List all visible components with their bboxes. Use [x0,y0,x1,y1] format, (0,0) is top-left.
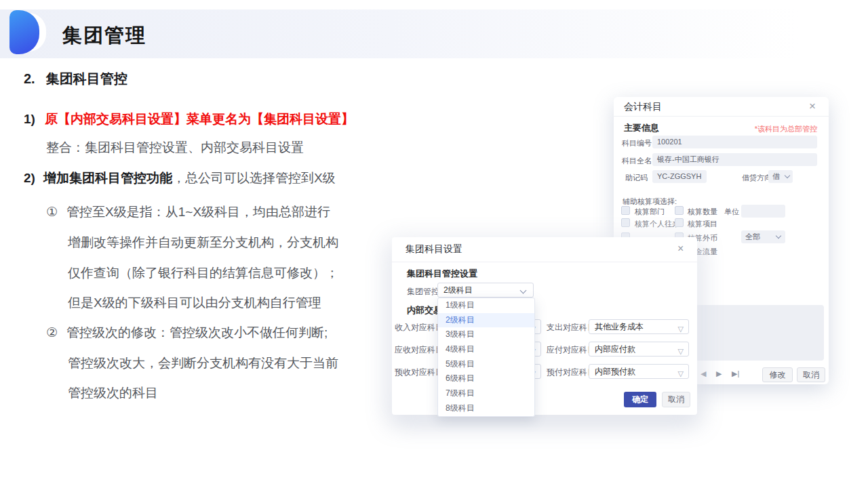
expense-subject-value: 其他业务成本 [595,322,644,331]
payable-subject-input[interactable]: 内部应付款 ▽ [589,342,689,357]
control-level-select[interactable]: 2级科目 [437,283,534,298]
unit-label: 单位 [724,207,739,217]
aux-project-label: 核算项目 [688,219,717,229]
main-info-section-title: 主要信息 [624,122,659,134]
currency-select-value: 全部 [745,232,760,241]
dropdown-option-level7[interactable]: 7级科目 [438,386,534,401]
debit-credit-direction-label: 借贷方向 [742,173,772,183]
nav-next-icon[interactable]: ▶ [716,369,722,378]
confirm-button[interactable]: 确定 [624,392,656,407]
subject-name-label: 科目全名 [622,156,648,166]
dropdown-option-level3[interactable]: 3级科目 [438,327,534,342]
filter-icon[interactable]: ▽ [678,322,684,336]
dropdown-option-level2-selected[interactable]: 2级科目 [438,313,534,328]
item1-red-text: 原【内部交易科目设置】菜单更名为【集团科目设置】 [45,112,354,126]
item2-number: 2) [24,171,35,185]
dropdown-option-level8[interactable]: 8级科目 [438,401,534,416]
sub1-line2: 增删改等操作并自动更新至分支机构，分支机构 [68,234,338,251]
dropdown-option-level4[interactable]: 4级科目 [438,342,534,357]
checkbox-aux-quantity[interactable] [675,206,684,215]
sub2-text1: 管控级次的修改：管控级次改小不做任何判断; [66,325,328,340]
pre-receive-subject-label: 预收对应科目 [395,367,443,378]
group-cancel-button[interactable]: 取消 [662,392,690,407]
section-heading-number: 2. [24,71,35,86]
dialog-group-subject-settings: 集团科目设置 × 集团科目管控设置 集团管控至 2级科目 内部交易科目设置 收入… [392,237,697,415]
subject-code-input[interactable]: 100201 [652,136,817,148]
filter-icon[interactable]: ▽ [678,344,684,358]
unit-input[interactable] [741,205,785,218]
expense-subject-input[interactable]: 其他业务成本 ▽ [589,319,689,334]
aux-department-label: 核算部门 [635,207,665,217]
prepaid-subject-input[interactable]: 内部预付款 ▽ [589,364,689,379]
checkbox-aux-personal[interactable] [621,218,630,227]
nav-prev-icon[interactable]: ◀ [701,369,706,378]
group-dialog-title: 集团科目设置 [406,243,462,256]
sub2-marker: ② [46,325,58,340]
sub1-line1: ①管控至X级是指：从1~X级科目，均由总部进行 [46,203,330,221]
chevron-down-icon [520,287,527,294]
dropdown-option-level1[interactable]: 1级科目 [438,298,534,313]
sub1-line3: 仅作查询（除了银行科目的结算信息可修改）； [68,264,338,282]
item1-number: 1) [24,112,35,126]
sub2-line1: ②管控级次的修改：管控级次改小不做任何判断; [46,324,328,342]
aux-quantity-label: 核算数量 [688,207,717,217]
aux-items-label: 辅助核算项选择: [623,197,677,207]
modify-button[interactable]: 修改 [762,367,793,382]
aux-personal-label: 核算个人往来 [635,219,679,229]
item1-line: 1)原【内部交易科目设置】菜单更名为【集团科目设置】 [24,110,354,128]
close-icon[interactable]: × [809,100,816,112]
direction-select-value: 借 [772,172,780,180]
sub1-line4: 但是X级的下级科目可以由分支机构自行管理 [68,294,321,312]
item2-bold-text: 增加集团科目管控功能 [43,171,172,185]
accounting-cancel-button[interactable]: 取消 [797,367,825,382]
page-title: 集团管理 [62,22,146,49]
direction-select[interactable]: 借 [768,170,793,183]
dropdown-option-level6[interactable]: 6级科目 [438,371,534,386]
prepaid-subject-value: 内部预付款 [595,367,635,376]
title-separator [614,116,829,117]
checkbox-aux-project[interactable] [675,218,684,227]
item1-subtext: 整合：集团科目管控设置、内部交易科目设置 [46,139,304,157]
item2-rest-text: ，总公司可以选择管控到X级 [172,171,336,185]
sub2-line2: 管控级次改大，会判断分支机构有没有大于当前 [68,354,338,372]
nav-last-icon[interactable]: ▶| [732,369,739,378]
sub1-text1: 管控至X级是指：从1~X级科目，均由总部进行 [66,205,330,219]
chevron-down-icon [776,233,781,239]
dropdown-option-level5[interactable]: 5级科目 [438,357,534,372]
subject-code-label: 科目编号 [622,138,648,148]
mnemonic-label: 助记码 [622,173,648,183]
close-icon[interactable]: × [677,243,684,254]
level-dropdown-list: 1级科目 2级科目 3级科目 4级科目 5级科目 6级科目 7级科目 8级科目 [437,298,535,417]
income-subject-label: 收入对应科目 [395,322,443,333]
control-level-select-value: 2级科目 [443,285,473,295]
checkbox-aux-department[interactable] [621,206,630,215]
sub2-line3: 管控级次的科目 [68,384,158,402]
currency-select[interactable]: 全部 [741,230,785,243]
sub1-marker: ① [46,205,58,219]
accounting-dialog-title: 会计科目 [624,101,662,113]
payable-subject-value: 内部应付款 [595,344,635,354]
receivable-subject-label: 应收对应科目 [395,344,443,356]
subject-name-input[interactable]: 银存-中国工商银行 [652,153,817,166]
chevron-down-icon [785,173,790,178]
item2-line: 2)增加集团科目管控功能，总公司可以选择管控到X级 [24,169,336,187]
mnemonic-input[interactable]: YC-ZGGSYH [652,170,707,183]
filter-icon[interactable]: ▽ [678,367,684,380]
title-separator [392,262,697,262]
control-settings-section-title: 集团科目管控设置 [407,268,477,280]
section-heading: 2.集团科目管控 [24,70,127,88]
section-heading-text: 集团科目管控 [46,71,127,86]
hq-controlled-note: *该科目为总部管控 [755,124,817,134]
